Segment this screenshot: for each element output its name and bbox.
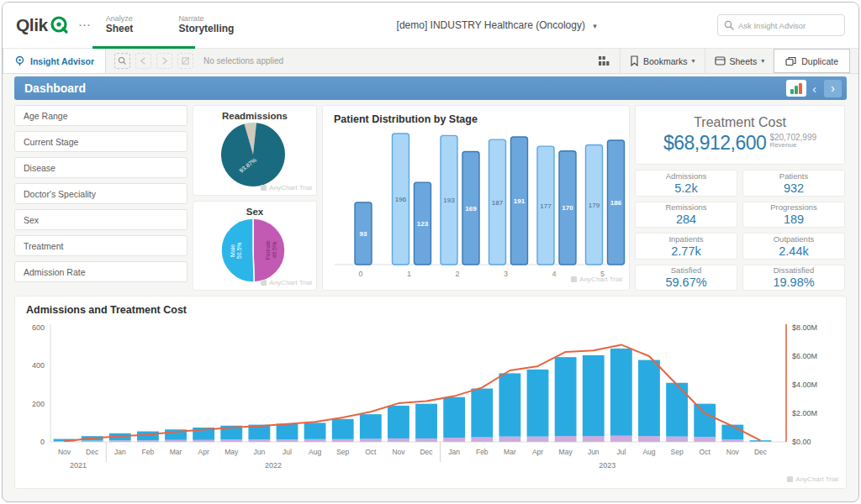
- insight-advisor-button[interactable]: Insight Advisor: [3, 49, 106, 73]
- filter-doctors-speciality[interactable]: Doctor's Speciality: [14, 183, 188, 204]
- search-input[interactable]: [738, 21, 831, 30]
- combo-bar-secondary[interactable]: [248, 439, 270, 442]
- next-sheet-button[interactable]: ›: [824, 80, 842, 97]
- nav-analyze-sheet[interactable]: Analyze Sheet: [103, 9, 137, 41]
- combo-bar-secondary[interactable]: [471, 438, 493, 442]
- combo-bar-secondary[interactable]: [193, 440, 214, 442]
- combo-bar-secondary[interactable]: [610, 436, 632, 442]
- combo-bar[interactable]: [499, 373, 520, 436]
- kpi-remissions[interactable]: Remissions284: [635, 202, 737, 228]
- combo-bar-secondary[interactable]: [443, 438, 465, 442]
- filter-treatment[interactable]: Treatment: [14, 235, 188, 256]
- combo-bar[interactable]: [555, 357, 577, 436]
- combo-bar-secondary[interactable]: [721, 439, 743, 442]
- sex-pie-panel[interactable]: Sex Female49.5%Male50.5% AnyChart Trial: [193, 201, 317, 291]
- combo-bar-secondary[interactable]: [82, 441, 103, 442]
- filter-sex[interactable]: Sex: [14, 209, 188, 230]
- filter-label: Disease: [24, 163, 55, 173]
- filter-label: Admission Rate: [24, 267, 86, 277]
- toolbar-right: Bookmarks ▾ Sheets ▾ Duplicate: [589, 49, 858, 73]
- combo-bar[interactable]: [583, 355, 605, 436]
- sheet-thumbnail-icon[interactable]: [786, 80, 806, 97]
- filter-disease[interactable]: Disease: [14, 157, 188, 178]
- combo-bar-secondary[interactable]: [360, 438, 382, 442]
- stage-bar-chart[interactable]: 93019612311931692187191317717041791865: [323, 125, 629, 285]
- combo-bar[interactable]: [443, 397, 465, 438]
- combo-bar-secondary[interactable]: [220, 439, 242, 442]
- combo-bar[interactable]: [666, 383, 688, 437]
- step-back-icon[interactable]: [135, 53, 151, 69]
- watermark: AnyChart Trial: [787, 475, 838, 483]
- step-forward-icon[interactable]: [156, 53, 172, 69]
- nav-narrate-storytelling[interactable]: Narrate Storytelling: [175, 9, 237, 41]
- x-tick-label: Mar: [504, 448, 516, 456]
- combo-chart-panel[interactable]: Admissions and Treatment Cost 0200400600…: [14, 296, 847, 489]
- readmissions-pie-panel[interactable]: Readmissions 93.87% AnyChart Trial: [193, 105, 317, 196]
- combo-bar[interactable]: [527, 370, 549, 437]
- combo-bar-secondary[interactable]: [583, 436, 605, 442]
- treatment-cost-panel[interactable]: Treatment Cost $68,912,600 $20,702,999 R…: [635, 105, 845, 165]
- x-tick-label: Nov: [726, 448, 740, 456]
- combo-bar[interactable]: [277, 423, 298, 439]
- combo-bar-secondary[interactable]: [165, 440, 187, 442]
- combo-bar-secondary[interactable]: [277, 439, 298, 442]
- prev-sheet-button[interactable]: ‹: [806, 81, 822, 96]
- combo-bar[interactable]: [610, 349, 632, 436]
- combo-bar-secondary[interactable]: [54, 441, 76, 442]
- combo-bar-secondary[interactable]: [638, 436, 660, 442]
- filter-age-range[interactable]: Age Range: [14, 105, 188, 126]
- combo-bar-secondary[interactable]: [527, 437, 549, 442]
- sex-pie-chart[interactable]: Female49.5%Male50.5%: [193, 217, 316, 289]
- combo-bar-secondary[interactable]: [304, 439, 326, 442]
- combo-bar[interactable]: [471, 389, 493, 438]
- clear-selections-icon[interactable]: [177, 53, 193, 69]
- app-title-dropdown[interactable]: [demo] INDUSTRY Healthcare (Oncology) ▾: [276, 19, 717, 31]
- duplicate-button[interactable]: Duplicate: [774, 49, 850, 73]
- x-tick-label: Apr: [532, 448, 543, 456]
- selections-search-icon[interactable]: [114, 53, 130, 69]
- kpi-progressions[interactable]: Progressions189: [742, 202, 845, 228]
- readmissions-pie-chart[interactable]: 93.87%: [193, 121, 316, 193]
- combo-bar[interactable]: [360, 414, 382, 438]
- bar-value-label: 187: [492, 199, 504, 207]
- combo-bar-secondary[interactable]: [499, 437, 520, 442]
- stage-chart-panel[interactable]: Patient Distribution by Stage 9301961231…: [322, 105, 630, 291]
- kpi-inpatients[interactable]: Inpatients2.77k: [635, 233, 737, 260]
- more-menu-icon[interactable]: ⋯: [78, 18, 91, 33]
- combo-bar[interactable]: [750, 440, 772, 441]
- top-bar: Qlik ⋯ Analyze Sheet Narrate Storytellin…: [3, 3, 858, 48]
- insight-advisor-search[interactable]: [717, 14, 845, 36]
- bar-value-label: 93: [360, 230, 367, 238]
- combo-bar-secondary[interactable]: [415, 438, 437, 442]
- filter-current-stage[interactable]: Current Stage: [14, 131, 188, 152]
- kpi-outpatients[interactable]: Outpatients2.44k: [742, 233, 845, 260]
- kpi-dissatisfied[interactable]: Dissatisfied19.98%: [742, 265, 845, 291]
- sex-title: Sex: [193, 202, 316, 217]
- sheet-overview-button[interactable]: [589, 49, 620, 73]
- year-label: 2021: [70, 461, 87, 470]
- kpi-patients[interactable]: Patients932: [742, 170, 845, 197]
- combo-bar[interactable]: [332, 419, 354, 439]
- combo-bar-secondary[interactable]: [666, 437, 688, 442]
- combo-chart[interactable]: 0200400600$0.00$2.00M$4.00M$6.00M$8.00MN…: [15, 316, 836, 486]
- combo-bar[interactable]: [694, 404, 716, 437]
- x-tick-label: Feb: [142, 448, 155, 456]
- combo-bar-secondary[interactable]: [137, 440, 159, 442]
- combo-bar[interactable]: [415, 404, 437, 438]
- qlik-logo[interactable]: Qlik: [16, 15, 70, 35]
- bookmarks-button[interactable]: Bookmarks ▾: [620, 49, 705, 73]
- combo-bar-secondary[interactable]: [555, 436, 577, 442]
- x-tick-label: May: [224, 448, 239, 456]
- combo-bar-secondary[interactable]: [388, 438, 409, 442]
- combo-bar[interactable]: [304, 423, 326, 438]
- combo-bar[interactable]: [638, 360, 660, 437]
- x-tick-label: Jul: [283, 448, 292, 456]
- sheets-button[interactable]: Sheets ▾: [705, 49, 774, 73]
- kpi-satisfied[interactable]: Satisfied59.67%: [635, 265, 737, 291]
- combo-bar[interactable]: [388, 406, 409, 438]
- filter-admission-rate[interactable]: Admission Rate: [14, 261, 188, 282]
- kpi-admissions[interactable]: Admissions5.2k: [635, 170, 737, 197]
- combo-bar-secondary[interactable]: [109, 440, 131, 442]
- combo-bar-secondary[interactable]: [694, 437, 716, 442]
- combo-bar-secondary[interactable]: [332, 439, 354, 442]
